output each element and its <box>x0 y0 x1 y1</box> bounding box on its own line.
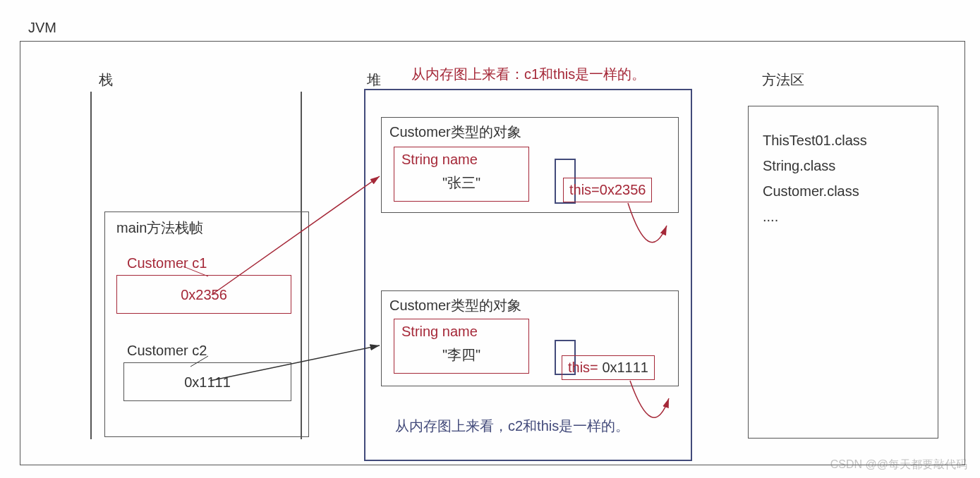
obj1-name-value: "张三" <box>394 168 528 192</box>
note-c1-this: 从内存图上来看：c1和this是一样的。 <box>411 65 646 84</box>
obj2-label: Customer类型的对象 <box>389 296 521 315</box>
obj2-this-value: 0x1111 <box>602 360 648 375</box>
obj1-name-label: String name <box>394 147 528 168</box>
c1-label: Customer c1 <box>127 255 207 271</box>
main-stack-frame <box>104 212 309 437</box>
obj1-label: Customer类型的对象 <box>389 123 521 142</box>
method-item-3: .... <box>763 204 924 229</box>
obj2-this-box: this= 0x1111 <box>562 355 655 380</box>
obj2-name-label: String name <box>394 319 528 340</box>
method-item-2: Customer.class <box>763 178 924 204</box>
c2-label: Customer c2 <box>127 343 207 359</box>
watermark: CSDN @@每天都要敲代码 <box>830 458 967 472</box>
c2-value-box: 0x1111 <box>123 362 291 401</box>
method-item-1: String.class <box>763 153 924 178</box>
obj1-this-box: this=0x2356 <box>563 178 652 202</box>
heap-label: 堆 <box>367 71 381 90</box>
jvm-title: JVM <box>28 20 56 36</box>
method-item-0: ThisTest01.class <box>763 128 924 153</box>
obj2-name-box: String name "李四" <box>394 319 529 374</box>
obj2-name-value: "李四" <box>394 340 528 364</box>
obj2-this-prefix: this= <box>568 360 598 375</box>
c1-value-box: 0x2356 <box>116 275 291 314</box>
method-area-label: 方法区 <box>762 71 804 90</box>
method-area-region: ThisTest01.class String.class Customer.c… <box>748 106 938 439</box>
main-frame-label: main方法栈帧 <box>116 219 203 238</box>
obj1-name-box: String name "张三" <box>394 147 529 202</box>
stack-label: 栈 <box>99 71 113 90</box>
note-c2-this: 从内存图上来看，c2和this是一样的。 <box>395 415 656 437</box>
